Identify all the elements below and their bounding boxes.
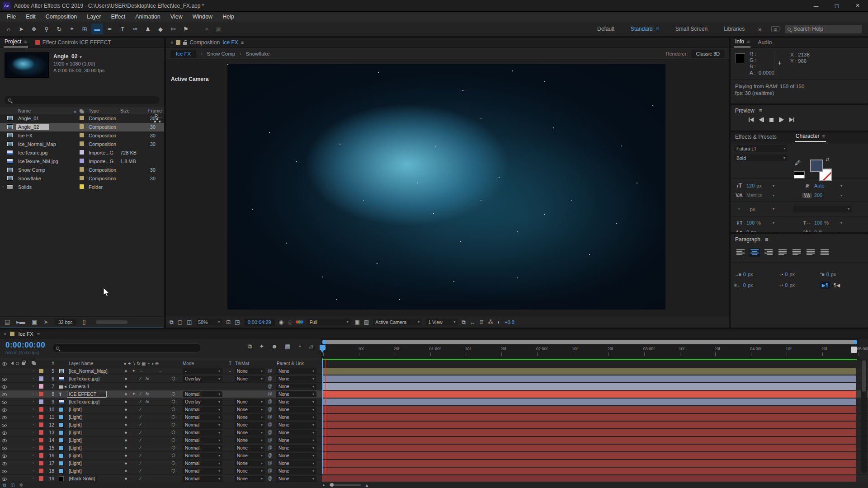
layer-visibility-eye-icon[interactable]: [2, 414, 7, 420]
trkmat-select[interactable]: None▾: [235, 407, 265, 413]
label-color-chip[interactable]: [80, 167, 84, 172]
pickwhip-icon[interactable]: @: [268, 384, 272, 389]
layer-duration-bar[interactable]: [322, 383, 856, 390]
resolution-select[interactable]: Full▾: [307, 319, 351, 325]
shy-switch-icon[interactable]: ♠: [125, 414, 127, 419]
layer-name[interactable]: ICE EFFECT: [67, 391, 107, 398]
project-item-row[interactable]: › Solids Folder: [0, 183, 164, 192]
layer-label-chip[interactable]: [39, 384, 43, 389]
layer-visibility-eye-icon[interactable]: [2, 376, 7, 381]
motion-blur-icon[interactable]: ◔: [297, 343, 301, 350]
layer-name[interactable]: [Ice_Normal_Map]: [69, 368, 108, 374]
blend-mode-select[interactable]: Normal▾: [183, 460, 222, 466]
layer-visibility-eye-icon[interactable]: [2, 407, 7, 412]
quality-switch-icon[interactable]: ∕: [140, 476, 141, 481]
column-mode[interactable]: Mode: [183, 361, 222, 366]
label-color-chip[interactable]: [80, 150, 84, 155]
layer-row[interactable]: › 9 [IceTexure.jpg] ♠ ∕ fx ⬡ Overlay▾ No…: [0, 398, 868, 406]
column-type[interactable]: Type: [89, 108, 99, 113]
parent-select[interactable]: None▾: [276, 453, 316, 459]
parent-select[interactable]: None▾: [276, 476, 316, 482]
3d-layer-switch-icon[interactable]: ⬡: [171, 445, 175, 450]
3d-layer-switch-icon[interactable]: ⬡: [171, 399, 175, 404]
shy-switch-icon[interactable]: ♠: [125, 376, 127, 381]
layer-label-chip[interactable]: [39, 369, 43, 373]
3d-layer-switch-icon[interactable]: ⬡: [171, 430, 175, 435]
layer-name[interactable]: [Light]: [69, 460, 82, 466]
quality-switch-icon[interactable]: ∕: [140, 468, 141, 473]
workspace-menu-icon[interactable]: ≡: [656, 26, 659, 32]
new-composition-icon[interactable]: ▣: [32, 319, 37, 325]
tool-button-type[interactable]: [117, 23, 128, 34]
layer-name[interactable]: Camera 1: [69, 384, 90, 389]
composition-canvas[interactable]: [227, 64, 665, 310]
label-color-chip[interactable]: [80, 124, 84, 129]
timeline-vertical-scrollbar[interactable]: [861, 359, 867, 473]
graph-editor-icon[interactable]: ⊿: [308, 343, 313, 350]
pickwhip-icon[interactable]: @: [268, 368, 272, 373]
breadcrumb-item[interactable]: Snowflake: [246, 51, 270, 56]
justify-all-button[interactable]: [819, 248, 830, 257]
layer-visibility-eye-icon[interactable]: [2, 399, 7, 404]
layer-row[interactable]: › 5 [Ice_Normal_Map] ♠ ✦ – – -▾ - None▾ …: [0, 367, 868, 375]
switches-column-icons[interactable]: ♠ ✦ ∖ fx ▦ ◔ ◑ ⊕: [124, 361, 169, 366]
zoom-slider[interactable]: [329, 484, 361, 486]
expand-layer-switches-icon[interactable]: ⧉: [3, 483, 6, 488]
trkmat-select[interactable]: None▾: [235, 460, 265, 466]
blend-mode-select[interactable]: Normal▾: [183, 453, 222, 459]
current-time-button[interactable]: 0:00:04:29: [244, 319, 275, 326]
parent-select[interactable]: None▾: [276, 437, 316, 443]
audio-column-icon[interactable]: [9, 361, 14, 366]
layer-name[interactable]: [Light]: [69, 445, 82, 450]
tab-effect-controls[interactable]: Effect Controls ICE EFFECT: [34, 38, 112, 47]
layer-expander-icon[interactable]: ›: [33, 446, 34, 450]
share-view-icon[interactable]: ⧉: [462, 319, 466, 325]
tool-button-unified-camera[interactable]: [66, 23, 78, 34]
quality-switch-icon[interactable]: ∕: [140, 414, 141, 419]
next-frame-button[interactable]: [779, 117, 784, 123]
item-name[interactable]: Snow Comp: [18, 167, 45, 173]
layer-visibility-eye-icon[interactable]: [2, 468, 7, 474]
layer-label-chip[interactable]: [39, 453, 43, 458]
tracking-field[interactable]: 200▾: [814, 192, 842, 198]
composition-mini-flowchart-icon[interactable]: ⧉: [248, 343, 252, 350]
minimize-button[interactable]: —: [806, 0, 826, 11]
zoom-out-icon[interactable]: ▲: [322, 483, 326, 487]
item-name[interactable]: Solids: [18, 184, 32, 190]
hide-shy-layers-icon[interactable]: ☻: [271, 343, 278, 350]
timeline-search-box[interactable]: [52, 343, 201, 352]
text-direction-rtl-button[interactable]: ¶◀: [832, 282, 842, 289]
shy-switch-icon[interactable]: ♠: [125, 399, 127, 404]
layer-duration-bar[interactable]: [322, 475, 856, 482]
shy-switch-icon[interactable]: ♠: [125, 437, 127, 442]
shy-switch-icon[interactable]: ♠: [125, 453, 127, 458]
help-search-box[interactable]: Search Help: [785, 25, 862, 33]
tool-button-selection[interactable]: [15, 23, 27, 34]
pickwhip-icon[interactable]: @: [268, 437, 272, 442]
3d-layer-switch-icon[interactable]: ⬡: [171, 468, 175, 473]
shy-switch-icon[interactable]: ♠: [125, 391, 127, 396]
layer-name[interactable]: [IceTexure.jpg]: [69, 399, 99, 404]
layer-visibility-eye-icon[interactable]: [2, 430, 7, 435]
menu-item[interactable]: Composition: [41, 12, 82, 22]
blend-mode-select[interactable]: Normal▾: [183, 414, 222, 420]
trkmat-select[interactable]: None▾: [235, 422, 265, 428]
pickwhip-icon[interactable]: @: [268, 460, 272, 465]
layer-duration-bar[interactable]: [322, 429, 856, 436]
blend-mode-select[interactable]: Normal▾: [183, 407, 222, 413]
align-center-button[interactable]: [749, 248, 760, 257]
shy-switch-icon[interactable]: ♠: [125, 476, 127, 481]
menu-item[interactable]: Layer: [82, 12, 106, 22]
expand-transfer-controls-icon[interactable]: ◫: [10, 483, 14, 488]
view-layout-select[interactable]: 1 View▾: [426, 319, 458, 325]
layer-duration-bar[interactable]: [322, 368, 856, 375]
layer-visibility-eye-icon[interactable]: [2, 391, 7, 397]
justify-last-right-button[interactable]: [805, 248, 816, 257]
playhead[interactable]: [320, 345, 326, 350]
layer-duration-bar[interactable]: [322, 437, 856, 444]
layer-name[interactable]: [Light]: [69, 422, 82, 427]
trkmat-select[interactable]: None▾: [235, 445, 265, 451]
layer-label-chip[interactable]: [39, 430, 43, 435]
tool-button-puppet-pin[interactable]: [180, 23, 192, 34]
font-size-field[interactable]: 120 px▾: [746, 183, 774, 188]
